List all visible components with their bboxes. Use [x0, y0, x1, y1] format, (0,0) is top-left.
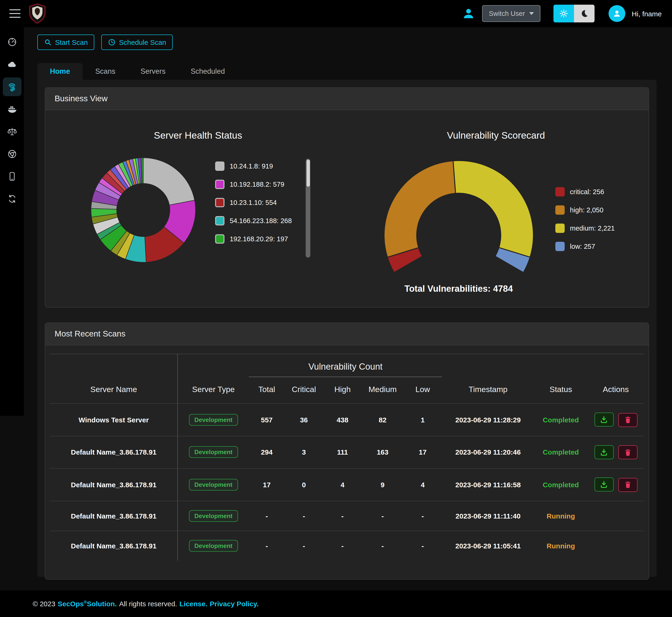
legend-swatch [215, 234, 224, 244]
switch-user-label: Switch User [489, 10, 525, 17]
brand-name: SecOps®Solution. [58, 600, 117, 608]
light-mode-button[interactable] [553, 5, 574, 22]
status-badge: Completed [534, 403, 588, 436]
download-report-button[interactable] [594, 413, 614, 427]
app-root: Switch User [0, 0, 672, 617]
avatar[interactable] [609, 5, 625, 22]
col-header-actions: Actions [588, 377, 644, 403]
moon-icon [579, 8, 590, 19]
trash-icon [624, 481, 632, 489]
legend-swatch [215, 216, 224, 225]
browser-icon [7, 149, 17, 159]
sidebar-item-dashboard[interactable] [3, 33, 21, 51]
low-cell: 1 [403, 403, 442, 436]
high-cell: - [323, 531, 362, 560]
server-name-cell: Windows Test Server [50, 403, 178, 436]
server-type-cell: Development [178, 403, 249, 436]
low-cell: - [403, 531, 442, 560]
col-header-total: Total [249, 377, 285, 403]
high-cell: 4 [323, 468, 362, 501]
critical-cell: 0 [285, 468, 323, 501]
vulnerability-scorecard-chart: Vulnerability Scorecard critical: 256hig… [347, 116, 645, 294]
total-cell: 557 [249, 403, 285, 436]
sidebar-item-fingerprint[interactable] [3, 77, 21, 96]
medium-cell: - [362, 501, 403, 531]
legend-item[interactable]: medium: 2,221 [555, 223, 615, 233]
col-header-timestamp: Timestamp [442, 377, 534, 403]
server-type-cell: Development [178, 436, 249, 468]
col-header-status: Status [534, 377, 588, 403]
download-report-button[interactable] [594, 477, 614, 491]
dashboard-icon [7, 37, 17, 47]
gauge-segment[interactable] [453, 161, 533, 257]
total-cell: - [249, 531, 285, 560]
delete-scan-button[interactable] [618, 413, 637, 427]
server-type-badge: Development [189, 479, 238, 490]
schedule-scan-button[interactable]: Schedule Scan [101, 34, 173, 50]
table-row: Default Name_3.86.178.91Development-----… [50, 501, 644, 531]
status-badge: Completed [534, 468, 588, 501]
col-header-high: High [323, 377, 362, 403]
col-header-server-name: Server Name [50, 377, 178, 403]
delete-scan-button[interactable] [618, 478, 637, 492]
vulnerability-scorecard-title: Vulnerability Scorecard [347, 130, 645, 141]
vulnerability-gauge [377, 152, 540, 276]
gauge-segment[interactable] [384, 161, 456, 257]
critical-cell: - [285, 531, 323, 560]
business-view-card: Business View Server Health Status 10.24… [45, 87, 649, 307]
server-health-chart: Server Health Status 10.24.1.8: 91910.19… [49, 116, 347, 294]
scrollbar-thumb[interactable] [306, 160, 310, 187]
sidebar-item-compliance[interactable] [3, 122, 21, 141]
delete-scan-button[interactable] [618, 445, 637, 459]
legend-item[interactable]: 192.168.20.29: 197 [215, 234, 292, 244]
tab-servers[interactable]: Servers [128, 63, 178, 80]
scales-icon [7, 127, 17, 137]
legend-swatch [215, 198, 224, 207]
legend-item[interactable]: low: 257 [555, 241, 615, 251]
legend-item[interactable]: 54.166.223.188: 268 [215, 216, 292, 225]
license-link[interactable]: License. [179, 600, 207, 608]
legend-item[interactable]: critical: 256 [555, 187, 615, 196]
legend-label: 10.24.1.8: 919 [230, 162, 273, 170]
legend-swatch [555, 241, 565, 251]
start-scan-button[interactable]: Start Scan [37, 34, 94, 50]
vulnerability-legend: critical: 256high: 2,050medium: 2,221low… [555, 187, 615, 251]
sync-icon [7, 194, 17, 204]
recent-scans-card: Most Recent Scans Vulner [45, 323, 649, 579]
critical-cell: 36 [285, 403, 323, 436]
dark-mode-button[interactable] [574, 5, 595, 22]
total-vulnerabilities: Total Vulnerabilities: 4784 [347, 284, 570, 294]
sidebar-item-browser[interactable] [3, 145, 21, 163]
legend-item[interactable]: high: 2,050 [555, 205, 615, 214]
server-type-badge: Development [189, 414, 238, 426]
privacy-policy-link[interactable]: Privacy Policy. [210, 600, 259, 608]
sidebar-item-sync[interactable] [3, 190, 21, 208]
tab-home[interactable]: Home [37, 63, 82, 80]
user-icon[interactable] [462, 7, 476, 21]
menu-icon[interactable] [9, 9, 21, 18]
legend-scrollbar[interactable] [306, 159, 310, 258]
fingerprint-icon [7, 81, 17, 92]
app-logo-icon [28, 3, 47, 24]
trash-icon [624, 416, 632, 424]
avatar-person-icon [612, 9, 622, 18]
tab-scheduled[interactable]: Scheduled [178, 63, 238, 80]
timestamp-cell: 2023-06-29 11:05:41 [442, 531, 534, 560]
switch-user-button[interactable]: Switch User [482, 5, 540, 22]
recent-scans-title: Most Recent Scans [45, 323, 649, 345]
donut-segment[interactable] [143, 158, 195, 205]
legend-label: low: 257 [570, 242, 595, 250]
tab-scans[interactable]: Scans [82, 63, 128, 80]
col-header-server-type: Server Type [178, 377, 249, 403]
download-report-button[interactable] [594, 445, 614, 459]
high-cell: 111 [323, 436, 362, 468]
sidebar-item-docker[interactable] [3, 100, 21, 119]
legend-label: medium: 2,221 [570, 224, 615, 232]
legend-item[interactable]: 10.24.1.8: 919 [215, 162, 292, 171]
legend-item[interactable]: 10.192.188.2: 579 [215, 180, 292, 189]
sidebar-item-cloud[interactable] [3, 55, 21, 74]
sidebar-item-mobile[interactable] [3, 167, 21, 186]
actions-cell [588, 436, 644, 468]
clock-icon [108, 38, 116, 46]
legend-item[interactable]: 10.23.1.10: 554 [215, 198, 292, 207]
